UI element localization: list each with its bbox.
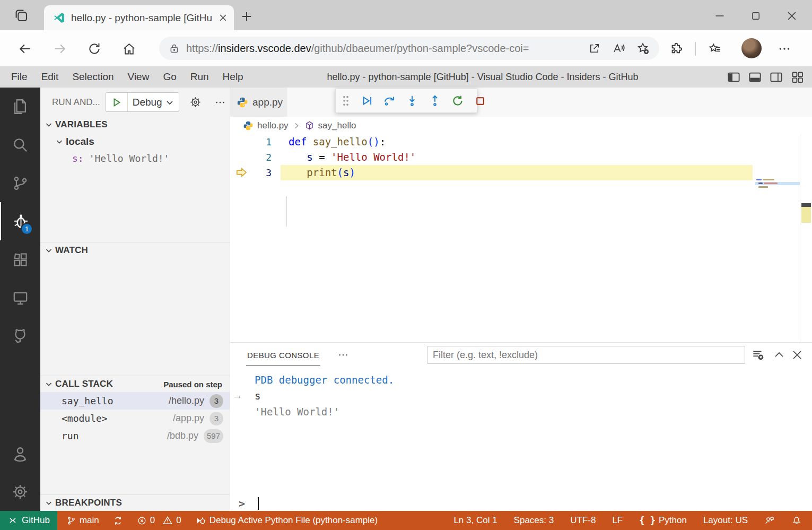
debug-alt-icon [195,515,206,526]
menu-selection[interactable]: Selection [65,66,120,88]
add-favorite-icon[interactable] [634,39,652,57]
menu-run[interactable]: Run [184,66,216,88]
python-file-icon [237,97,248,108]
back-button[interactable] [17,41,33,57]
toggle-sidebar-icon[interactable] [725,68,742,85]
language-mode[interactable]: { }Python [638,511,688,530]
menu-edit[interactable]: Edit [34,66,66,88]
remote-indicator[interactable]: GitHub [0,511,57,530]
debug-continue-button[interactable] [360,94,373,108]
code-area[interactable]: 1def say_hello():2 s = 'Hello World!'3 p… [230,134,812,342]
breakpoints-section: BREAKPOINTS [40,494,230,511]
menu-help[interactable]: Help [216,66,250,88]
debug-restart-button[interactable] [451,94,465,108]
encoding[interactable]: UTF-8 [569,511,597,530]
menu-bar: FileEditSelectionViewGoRunHelp [0,66,250,88]
workspaces-icon[interactable] [11,6,32,25]
debug-step-into-button[interactable] [405,94,419,108]
browser-tab[interactable]: hello.py - python-sample [GitHu [44,5,234,30]
filter-results-icon[interactable] [750,347,766,363]
console-input-row[interactable]: > [230,496,812,511]
variables-section: VARIABLES locals s: 'Hello World!' [40,117,230,242]
activity-run-and-debug[interactable]: 1 [0,202,40,240]
branch-indicator[interactable]: main [65,511,101,530]
debug-settings-gear-icon[interactable] [188,94,204,110]
tab-close-icon[interactable] [219,13,228,22]
debug-step-over-button[interactable] [382,94,396,108]
eol-sequence[interactable]: LF [610,511,624,530]
toggle-secondary-sidebar-icon[interactable] [767,68,784,85]
toolbar-drag-grip[interactable] [341,94,351,108]
browser-menu-icon[interactable] [775,40,793,58]
read-aloud-icon[interactable] [609,39,627,57]
console-filter-input[interactable] [427,346,745,364]
cursor-position[interactable]: Ln 3, Col 1 [452,511,499,530]
browser-extensions-icon[interactable] [667,40,685,58]
forward-button[interactable] [52,41,68,57]
window-minimize-button[interactable] [708,7,732,24]
keyboard-layout[interactable]: Layout: US [702,511,749,530]
open-external-icon[interactable] [585,39,603,57]
menu-view[interactable]: View [121,66,156,88]
debug-config-dropdown[interactable]: Debug [128,93,179,111]
avatar[interactable] [741,38,762,58]
watch-section: WATCH [40,242,230,376]
menu-file[interactable]: File [4,66,34,88]
indentation[interactable]: Spaces: 3 [512,511,556,530]
stack-frame[interactable]: run/bdb.py597 [40,427,230,445]
sync-changes-button[interactable] [111,511,125,530]
breadcrumb-file[interactable]: hello.py [257,120,289,131]
problems-indicator[interactable]: 0 0 [135,511,183,530]
activity-explorer[interactable] [0,88,40,126]
url-text: https://insiders.vscode.dev/github/dbaeu… [186,42,579,55]
activity-remote-explorer[interactable] [0,279,40,317]
breadcrumb: hello.py say_hello [230,117,812,134]
tab-app-py[interactable]: app.py [230,88,287,117]
watch-header[interactable]: WATCH [40,242,230,258]
stack-frame[interactable]: say_hello/hello.py3 [40,392,230,410]
favorites-bar-icon[interactable] [705,40,723,58]
activity-settings-gear[interactable] [0,473,40,511]
variables-scope-locals[interactable]: locals [40,133,230,150]
variable-s[interactable]: s: 'Hello World!' [40,150,230,166]
paused-status: Paused on step [163,380,222,389]
close-panel-icon[interactable] [789,347,805,363]
tab-debug-console[interactable]: DEBUG CONSOLE [246,344,320,366]
error-icon [137,516,147,526]
ruler-cursor-marker [801,203,811,207]
console-line-string: 'Hello World!' [255,404,812,420]
activity-account[interactable] [0,435,40,473]
customize-layout-icon[interactable] [789,68,806,85]
views-more-actions-icon[interactable] [212,94,228,110]
activity-search[interactable] [0,126,40,164]
window-close-button[interactable] [780,7,804,24]
line-badge: 3 [209,412,223,425]
gutter [230,134,256,150]
feedback-button[interactable] [763,511,776,530]
line-number: 3 [256,165,272,180]
breakpoints-header[interactable]: BREAKPOINTS [40,495,230,511]
call-stack-header[interactable]: CALL STACK Paused on step [40,376,230,392]
start-debug-button[interactable] [106,93,127,111]
panel-more-actions-icon[interactable] [337,349,349,361]
activity-source-control[interactable] [0,164,40,202]
console-line-input: →s [255,388,812,404]
home-button[interactable] [121,41,137,57]
new-tab-button[interactable] [239,8,255,24]
notifications-bell[interactable] [790,511,804,530]
breadcrumb-symbol[interactable]: say_hello [318,120,356,131]
url-bar[interactable]: https://insiders.vscode.dev/github/dbaeu… [159,37,659,60]
maximize-panel-icon[interactable] [771,347,787,363]
debug-status[interactable]: Debug Active Python File (python-sample) [194,511,380,530]
variables-header[interactable]: VARIABLES [40,117,230,133]
stack-frame[interactable]: <module>/app.py3 [40,410,230,427]
reload-button[interactable] [86,41,102,57]
activity-github[interactable] [0,317,40,355]
menu-go[interactable]: Go [156,66,183,88]
toggle-panel-icon[interactable] [746,68,763,85]
window-maximize-button[interactable] [744,7,768,24]
debug-stop-button[interactable] [474,94,487,108]
activity-extensions[interactable] [0,240,40,279]
minimap[interactable] [755,178,800,190]
debug-step-out-button[interactable] [428,94,442,108]
